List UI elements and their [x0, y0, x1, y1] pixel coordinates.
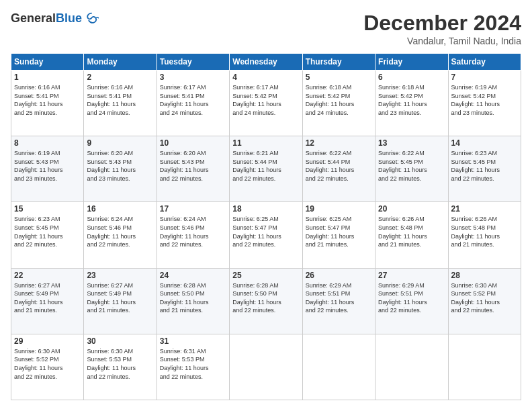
day-info: Sunrise: 6:17 AM Sunset: 5:42 PM Dayligh… [232, 83, 299, 117]
day-number: 1 [14, 73, 81, 82]
day-number: 28 [451, 271, 518, 280]
table-row: 14Sunrise: 6:23 AM Sunset: 5:45 PM Dayli… [448, 136, 521, 202]
day-info: Sunrise: 6:19 AM Sunset: 5:42 PM Dayligh… [451, 83, 518, 117]
col-wednesday: Wednesday [230, 54, 302, 71]
calendar-table: Sunday Monday Tuesday Wednesday Thursday… [11, 53, 521, 400]
table-row: 29Sunrise: 6:30 AM Sunset: 5:52 PM Dayli… [11, 334, 84, 400]
day-number: 17 [160, 204, 226, 214]
table-row: 22Sunrise: 6:27 AM Sunset: 5:49 PM Dayli… [11, 268, 84, 334]
day-number: 16 [87, 204, 153, 214]
day-number: 24 [160, 271, 226, 280]
blue-label: Blue [56, 11, 82, 26]
day-number: 9 [87, 138, 153, 148]
table-row: 26Sunrise: 6:29 AM Sunset: 5:51 PM Dayli… [302, 268, 375, 334]
day-info: Sunrise: 6:27 AM Sunset: 5:49 PM Dayligh… [87, 281, 153, 315]
day-number: 25 [232, 271, 299, 280]
day-info: Sunrise: 6:30 AM Sunset: 5:52 PM Dayligh… [451, 281, 518, 315]
table-row: 5Sunrise: 6:18 AM Sunset: 5:42 PM Daylig… [302, 71, 375, 136]
logo: GeneralBlue [11, 11, 99, 26]
page: GeneralBlue December 2024 Vandalur, Tami… [0, 0, 532, 411]
table-row: 2Sunrise: 6:16 AM Sunset: 5:41 PM Daylig… [84, 71, 157, 136]
table-row: 21Sunrise: 6:26 AM Sunset: 5:48 PM Dayli… [448, 202, 521, 268]
table-row [302, 334, 375, 400]
day-number: 6 [378, 73, 445, 82]
week-row-3: 15Sunrise: 6:23 AM Sunset: 5:45 PM Dayli… [11, 202, 521, 268]
day-info: Sunrise: 6:29 AM Sunset: 5:51 PM Dayligh… [378, 281, 445, 315]
day-number: 22 [14, 271, 81, 280]
day-number: 31 [160, 336, 226, 346]
table-row: 12Sunrise: 6:22 AM Sunset: 5:44 PM Dayli… [302, 136, 375, 202]
table-row [230, 334, 302, 400]
day-info: Sunrise: 6:31 AM Sunset: 5:53 PM Dayligh… [160, 347, 226, 381]
day-number: 5 [306, 73, 372, 82]
day-number: 14 [451, 138, 518, 148]
day-info: Sunrise: 6:25 AM Sunset: 5:47 PM Dayligh… [306, 215, 372, 248]
table-row: 9Sunrise: 6:20 AM Sunset: 5:43 PM Daylig… [84, 136, 157, 202]
table-row: 3Sunrise: 6:17 AM Sunset: 5:41 PM Daylig… [157, 71, 229, 136]
day-info: Sunrise: 6:23 AM Sunset: 5:45 PM Dayligh… [451, 149, 518, 183]
day-number: 27 [378, 271, 445, 280]
header: GeneralBlue December 2024 Vandalur, Tami… [11, 11, 521, 46]
table-row [448, 334, 521, 400]
day-number: 18 [232, 204, 299, 214]
table-row: 16Sunrise: 6:24 AM Sunset: 5:46 PM Dayli… [84, 202, 157, 268]
table-row: 1Sunrise: 6:16 AM Sunset: 5:41 PM Daylig… [11, 71, 84, 136]
table-row: 15Sunrise: 6:23 AM Sunset: 5:45 PM Dayli… [11, 202, 84, 268]
table-row: 24Sunrise: 6:28 AM Sunset: 5:50 PM Dayli… [157, 268, 229, 334]
day-number: 26 [306, 271, 372, 280]
day-info: Sunrise: 6:24 AM Sunset: 5:46 PM Dayligh… [160, 215, 226, 248]
col-tuesday: Tuesday [157, 54, 229, 71]
table-row: 25Sunrise: 6:28 AM Sunset: 5:50 PM Dayli… [230, 268, 302, 334]
calendar: Sunday Monday Tuesday Wednesday Thursday… [11, 53, 521, 400]
col-thursday: Thursday [302, 54, 375, 71]
day-info: Sunrise: 6:17 AM Sunset: 5:41 PM Dayligh… [160, 83, 226, 117]
day-info: Sunrise: 6:28 AM Sunset: 5:50 PM Dayligh… [160, 281, 226, 315]
table-row: 10Sunrise: 6:20 AM Sunset: 5:43 PM Dayli… [157, 136, 229, 202]
day-number: 7 [451, 73, 518, 82]
day-info: Sunrise: 6:22 AM Sunset: 5:44 PM Dayligh… [306, 149, 372, 183]
month-title: December 2024 [363, 11, 521, 36]
logo-bird-icon [84, 11, 99, 26]
week-row-5: 29Sunrise: 6:30 AM Sunset: 5:52 PM Dayli… [11, 334, 521, 400]
table-row: 18Sunrise: 6:25 AM Sunset: 5:47 PM Dayli… [230, 202, 302, 268]
day-number: 2 [87, 73, 153, 82]
day-info: Sunrise: 6:16 AM Sunset: 5:41 PM Dayligh… [87, 83, 153, 117]
day-number: 30 [87, 336, 153, 346]
day-number: 29 [14, 336, 81, 346]
day-info: Sunrise: 6:30 AM Sunset: 5:53 PM Dayligh… [87, 347, 153, 381]
day-info: Sunrise: 6:23 AM Sunset: 5:45 PM Dayligh… [14, 215, 81, 248]
table-row: 6Sunrise: 6:18 AM Sunset: 5:42 PM Daylig… [375, 71, 448, 136]
day-number: 3 [160, 73, 226, 82]
table-row: 11Sunrise: 6:21 AM Sunset: 5:44 PM Dayli… [230, 136, 302, 202]
header-row: Sunday Monday Tuesday Wednesday Thursday… [11, 54, 521, 71]
table-row: 30Sunrise: 6:30 AM Sunset: 5:53 PM Dayli… [84, 334, 157, 400]
day-number: 19 [306, 204, 372, 214]
table-row [375, 334, 448, 400]
day-info: Sunrise: 6:21 AM Sunset: 5:44 PM Dayligh… [232, 149, 299, 183]
day-info: Sunrise: 6:26 AM Sunset: 5:48 PM Dayligh… [451, 215, 518, 248]
day-number: 10 [160, 138, 226, 148]
general-label: General [11, 11, 56, 26]
col-monday: Monday [84, 54, 157, 71]
col-saturday: Saturday [448, 54, 521, 71]
day-number: 23 [87, 271, 153, 280]
day-info: Sunrise: 6:29 AM Sunset: 5:51 PM Dayligh… [306, 281, 372, 315]
table-row: 19Sunrise: 6:25 AM Sunset: 5:47 PM Dayli… [302, 202, 375, 268]
table-row: 13Sunrise: 6:22 AM Sunset: 5:45 PM Dayli… [375, 136, 448, 202]
table-row: 27Sunrise: 6:29 AM Sunset: 5:51 PM Dayli… [375, 268, 448, 334]
table-row: 23Sunrise: 6:27 AM Sunset: 5:49 PM Dayli… [84, 268, 157, 334]
day-info: Sunrise: 6:18 AM Sunset: 5:42 PM Dayligh… [306, 83, 372, 117]
day-number: 11 [232, 138, 299, 148]
day-info: Sunrise: 6:28 AM Sunset: 5:50 PM Dayligh… [232, 281, 299, 315]
week-row-4: 22Sunrise: 6:27 AM Sunset: 5:49 PM Dayli… [11, 268, 521, 334]
table-row: 17Sunrise: 6:24 AM Sunset: 5:46 PM Dayli… [157, 202, 229, 268]
location: Vandalur, Tamil Nadu, India [363, 36, 521, 46]
day-info: Sunrise: 6:16 AM Sunset: 5:41 PM Dayligh… [14, 83, 81, 117]
day-info: Sunrise: 6:18 AM Sunset: 5:42 PM Dayligh… [378, 83, 445, 117]
week-row-1: 1Sunrise: 6:16 AM Sunset: 5:41 PM Daylig… [11, 71, 521, 136]
table-row: 28Sunrise: 6:30 AM Sunset: 5:52 PM Dayli… [448, 268, 521, 334]
day-info: Sunrise: 6:22 AM Sunset: 5:45 PM Dayligh… [378, 149, 445, 183]
table-row: 31Sunrise: 6:31 AM Sunset: 5:53 PM Dayli… [157, 334, 229, 400]
day-info: Sunrise: 6:24 AM Sunset: 5:46 PM Dayligh… [87, 215, 153, 248]
table-row: 8Sunrise: 6:19 AM Sunset: 5:43 PM Daylig… [11, 136, 84, 202]
